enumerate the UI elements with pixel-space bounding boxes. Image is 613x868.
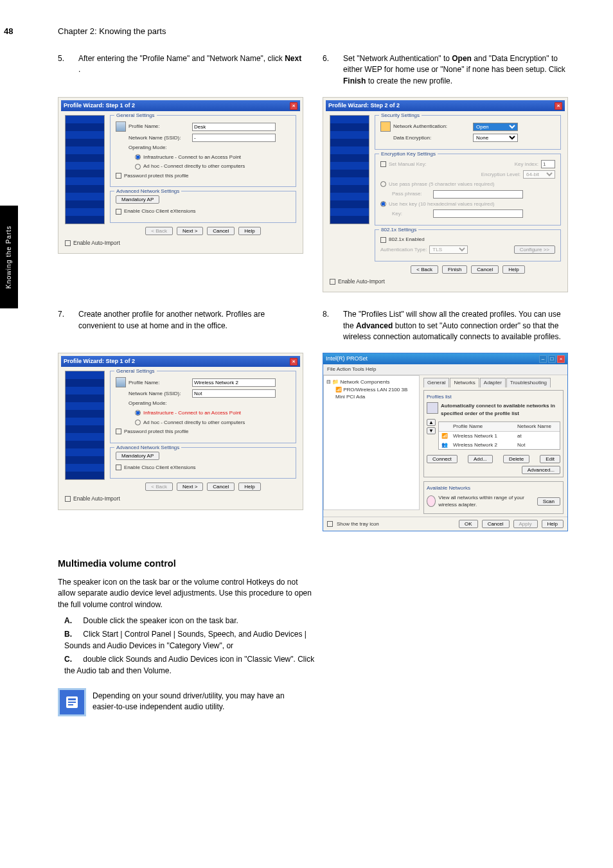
profile-name-input[interactable] [192, 378, 276, 387]
cancel-button[interactable]: Cancel [207, 227, 235, 235]
help-button[interactable]: Help [542, 520, 564, 528]
auth-select[interactable]: Open [473, 123, 518, 131]
help-button[interactable]: Help [238, 227, 260, 235]
step-5-text: After entering the "Profile Name" and "N… [78, 53, 303, 76]
wizard-step1-desk: Profile Wizard: Step 1 of 2 × General Se… [58, 97, 303, 254]
help-button[interactable]: Help [502, 265, 524, 274]
apply-button: Apply [513, 520, 538, 528]
mandatory-ap-button[interactable]: Mandatory AP [116, 195, 159, 204]
step-5-a: After entering the "Profile Name" and "N… [78, 54, 285, 63]
cisco-ext-checkbox[interactable] [116, 209, 121, 215]
auto-import-checkbox[interactable] [330, 279, 335, 285]
pwd-protect-checkbox[interactable] [116, 429, 121, 434]
table-row[interactable]: 👥 Wireless Network 2 Not [439, 441, 560, 450]
auto-import-checkbox[interactable] [65, 496, 71, 502]
pwd-protect-checkbox[interactable] [116, 173, 121, 179]
add-button[interactable]: Add... [468, 455, 493, 463]
security-settings-group: Security Settings Network Authentication… [375, 115, 561, 150]
tree-item[interactable]: PRO/Wireless LAN 2100 3B Mini PCI Ada [335, 387, 407, 400]
profiles-list-panel: Profiles list Automatically connect to a… [423, 390, 564, 478]
back-button[interactable]: < Back [411, 265, 438, 274]
connect-button[interactable]: Connect [427, 455, 458, 463]
auth-label: Network Authentication: [393, 123, 470, 130]
proset-window: Intel(R) PROSet – □ × File Action Tools … [323, 353, 568, 531]
step-7-text: Create another profile for another netwo… [78, 309, 303, 332]
row-profile: Wireless Network 2 [450, 441, 515, 450]
radio-infrastructure[interactable] [135, 154, 141, 160]
maximize-icon[interactable]: □ [548, 355, 556, 363]
step-8-text: The "Profiles List" will show all the cr… [343, 309, 568, 342]
help-button[interactable]: Help [238, 483, 260, 491]
auth-type-label: Authentication Type: [380, 246, 427, 254]
close-icon[interactable]: × [555, 102, 562, 110]
proset-tree[interactable]: ⊟ 📁 Network Components 📶 PRO/Wireless LA… [323, 375, 420, 510]
auto-import-checkbox[interactable] [65, 240, 71, 246]
close-icon[interactable]: × [290, 358, 298, 366]
cisco-ext-label: Enable Cisco Client eXtensions [124, 208, 196, 215]
move-up-button[interactable]: ▲ [427, 419, 436, 426]
advanced-label: Advanced [356, 321, 393, 330]
profile-name-input[interactable] [192, 123, 276, 131]
tab-networks[interactable]: Networks [450, 378, 479, 387]
next-button[interactable]: Next > [177, 227, 203, 235]
move-down-button[interactable]: ▼ [427, 427, 436, 434]
delete-button[interactable]: Delete [503, 455, 529, 463]
tab-adapter[interactable]: Adapter [480, 378, 506, 387]
close-icon[interactable]: × [557, 355, 565, 363]
chapter-head: Chapter 2: Knowing the parts [58, 26, 568, 38]
auth-type-select: TLS [429, 245, 468, 254]
enc-select[interactable]: None [473, 134, 518, 142]
antenna-icon [116, 377, 126, 387]
wizard2-title: Profile Wizard: Step 2 of 2 [328, 102, 400, 110]
tray-icon-checkbox[interactable] [327, 521, 333, 527]
radio-infrastructure[interactable] [135, 410, 141, 416]
cancel-button[interactable]: Cancel [482, 520, 510, 528]
cisco-ext-checkbox[interactable] [116, 465, 121, 470]
enc-level-select: 64-bit [523, 170, 555, 179]
edit-button[interactable]: Edit [540, 455, 560, 463]
close-icon[interactable]: × [290, 102, 298, 110]
wizard1b-titlebar: Profile Wizard: Step 1 of 2 × [61, 356, 300, 367]
tab-troubleshooting[interactable]: Troubleshooting [506, 378, 551, 387]
profiles-table[interactable]: Profile Name Network Name 📶 Wireless Net… [438, 421, 560, 450]
table-row[interactable]: 📶 Wireless Network 1 at [439, 432, 560, 441]
op-mode-label: Operating Mode: [129, 144, 190, 152]
back-button: < Back [145, 483, 173, 491]
svg-rect-3 [68, 704, 73, 705]
profiles-list-legend: Profiles list [427, 393, 560, 401]
volume-section-title: Multimedia volume control [58, 557, 568, 571]
item-text: double click Sounds and Audio Devices ic… [64, 655, 314, 675]
passphrase-label: Pass phrase: [392, 190, 431, 198]
row-network: at [515, 432, 524, 441]
radio-adhoc[interactable] [135, 164, 141, 170]
configure-button: Configure >> [514, 245, 555, 254]
ssid-input[interactable] [192, 389, 276, 398]
lock-icon [380, 121, 391, 132]
advanced-button[interactable]: Advanced... [522, 466, 560, 474]
cisco-ext-label: Enable Cisco Client eXtensions [124, 464, 196, 472]
minimize-icon[interactable]: – [539, 355, 547, 363]
ssid-input[interactable] [192, 134, 276, 142]
auto-import-label: Enable Auto-Import [73, 495, 120, 502]
proset-menu[interactable]: File Action Tools Help [323, 364, 567, 375]
radio-adhoc[interactable] [135, 420, 141, 425]
scan-button[interactable]: Scan [537, 497, 560, 506]
tab-general[interactable]: General [423, 378, 449, 387]
next-button[interactable]: Next > [177, 483, 203, 491]
step-6: 6. Set "Network Authentication" to Open … [323, 53, 568, 87]
8021x-group: 802.1x Settings 802.1x Enabled Authentic… [375, 229, 561, 261]
mandatory-ap-button[interactable]: Mandatory AP [116, 452, 159, 460]
wizard-side-image [330, 115, 369, 224]
key-index-label: Key index: [515, 161, 538, 168]
cancel-button[interactable]: Cancel [471, 265, 499, 274]
svg-rect-2 [68, 702, 76, 703]
cancel-button[interactable]: Cancel [207, 483, 235, 491]
passphrase-input [433, 190, 523, 199]
finish-button[interactable]: Finish [442, 265, 467, 274]
8021x-checkbox[interactable] [380, 237, 386, 243]
ok-button[interactable]: OK [459, 520, 478, 528]
step-7: 7. Create another profile for another ne… [58, 309, 303, 332]
op-adhoc-label: Ad hoc - Connect directly to other compu… [143, 419, 245, 427]
step-5-b: . [78, 65, 80, 74]
proset-title: Intel(R) PROSet [326, 355, 368, 363]
